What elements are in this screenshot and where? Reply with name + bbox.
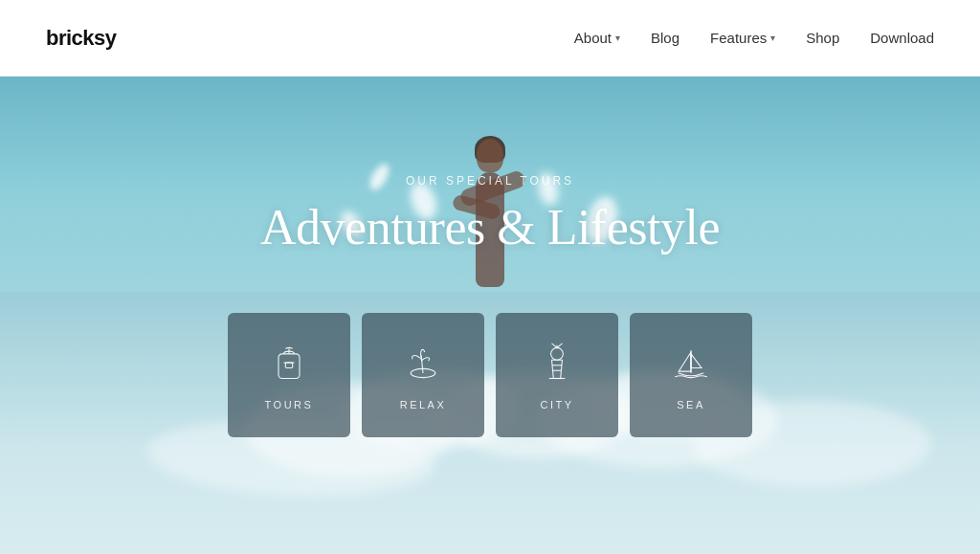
nav-item-features[interactable]: Features ▾ — [710, 30, 775, 46]
tour-card-tours[interactable]: TOURS — [228, 313, 350, 437]
nav-label-features: Features — [710, 30, 767, 46]
chevron-down-icon: ▾ — [770, 33, 775, 43]
chevron-down-icon: ▾ — [615, 33, 620, 43]
nav-label-shop: Shop — [806, 30, 839, 46]
sailboat-icon — [668, 340, 714, 386]
nav-item-about[interactable]: About ▾ — [574, 30, 620, 46]
nav-item-blog[interactable]: Blog — [651, 30, 679, 46]
hero-subtitle: OUR SPECIAL TOURS — [406, 174, 574, 188]
svg-line-8 — [552, 343, 558, 348]
tour-card-sea[interactable]: SEA — [630, 313, 752, 437]
tour-label-relax: RELAX — [400, 399, 447, 410]
tour-card-relax[interactable]: RELAX — [362, 313, 484, 437]
nav-label-blog: Blog — [651, 30, 679, 46]
backpack-icon — [266, 340, 312, 386]
tour-card-city[interactable]: CITY — [496, 313, 618, 437]
tour-label-tours: TOURS — [265, 399, 314, 410]
svg-line-9 — [557, 343, 563, 348]
hero-content: OUR SPECIAL TOURS Adventures & Lifestyle — [0, 77, 980, 554]
lighthouse-icon — [534, 340, 580, 386]
svg-rect-0 — [278, 354, 300, 379]
main-nav: About ▾ Blog Features ▾ Shop Download — [574, 30, 934, 46]
svg-line-5 — [421, 356, 423, 373]
nav-item-shop[interactable]: Shop — [806, 30, 839, 46]
hero-title: Adventures & Lifestyle — [260, 199, 720, 255]
nav-label-download: Download — [870, 30, 934, 46]
nav-item-download[interactable]: Download — [870, 30, 934, 46]
tour-cards: TOURS RELAX — [228, 313, 752, 437]
island-icon — [400, 340, 446, 386]
svg-point-6 — [551, 347, 564, 360]
tour-label-city: CITY — [540, 399, 573, 410]
svg-rect-2 — [285, 363, 292, 368]
hero-section: OUR SPECIAL TOURS Adventures & Lifestyle — [0, 77, 980, 554]
nav-label-about: About — [574, 30, 612, 46]
brand-logo[interactable]: bricksy — [46, 26, 117, 51]
header: bricksy About ▾ Blog Features ▾ Shop Dow… — [0, 0, 980, 77]
tour-label-sea: SEA — [677, 399, 705, 410]
